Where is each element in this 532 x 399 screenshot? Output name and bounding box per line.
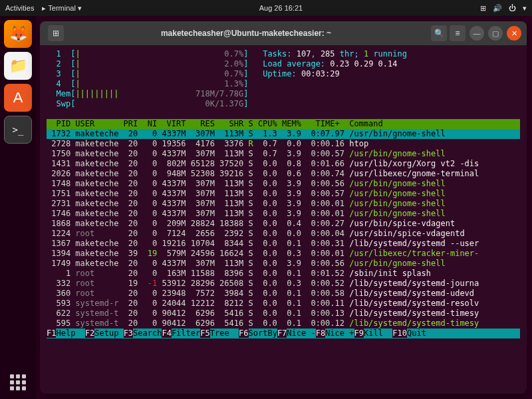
process-row[interactable]: 2026 maketeche 20 0 948M 52308 39216 S 0… — [47, 169, 520, 179]
process-row[interactable]: 622 systemd-t 20 0 90412 6296 5416 S 0.0… — [47, 309, 520, 319]
network-icon[interactable]: ⊞ — [480, 4, 486, 13]
new-tab-button[interactable]: ⊞ — [48, 25, 64, 41]
process-row[interactable]: 2731 maketeche 20 0 4337M 307M 113M S 0.… — [47, 199, 520, 209]
dock: 🦊 📁 A >_ — [0, 16, 36, 399]
terminal-window: ⊞ maketecheasher@Ubuntu-maketecheasier: … — [40, 21, 527, 394]
search-button[interactable]: 🔍 — [431, 25, 447, 41]
process-row[interactable]: 593 systemd-r 20 0 24044 12212 8212 S 0.… — [47, 299, 520, 309]
activities-button[interactable]: Activities — [5, 4, 34, 12]
chevron-down-icon[interactable]: ▾ — [523, 4, 527, 13]
maximize-button[interactable]: ▢ — [488, 26, 503, 41]
process-row[interactable]: 1751 maketeche 20 0 4337M 307M 113M S 0.… — [47, 189, 520, 199]
process-row[interactable]: 1868 maketeche 20 0 209M 28824 18388 S 0… — [47, 219, 520, 229]
clock[interactable]: Aug 26 16:21 — [82, 4, 480, 12]
process-row[interactable]: 1750 maketeche 20 0 4337M 307M 113M S 0.… — [47, 149, 520, 159]
process-row[interactable]: 1 root 20 0 163M 11588 8396 S 0.0 0.1 0:… — [47, 269, 520, 279]
process-row[interactable]: 332 root 19 -1 53912 28296 26508 S 0.0 0… — [47, 279, 520, 289]
process-row[interactable]: 1746 maketeche 20 0 4337M 307M 113M S 0.… — [47, 209, 520, 219]
dock-software[interactable]: A — [4, 84, 32, 112]
dock-files[interactable]: 📁 — [4, 52, 32, 80]
minimize-button[interactable]: — — [469, 26, 484, 41]
window-title: maketecheasher@Ubuntu-maketecheasier: ~ — [64, 29, 428, 38]
process-row[interactable]: 1367 maketeche 20 0 19216 10704 8344 S 0… — [47, 239, 520, 249]
volume-icon[interactable]: 🔊 — [493, 4, 502, 13]
terminal-content[interactable]: 1 [| 0.7%] Tasks: 107, 285 thr; 1 runnin… — [40, 45, 527, 342]
terminal-app-menu[interactable]: ▸ Terminal ▾ — [42, 4, 82, 13]
gnome-topbar: Activities ▸ Terminal ▾ Aug 26 16:21 ⊞ 🔊… — [0, 0, 532, 16]
process-row[interactable]: 1748 maketeche 20 0 4337M 307M 113M S 0.… — [47, 179, 520, 189]
process-list[interactable]: 1732 maketeche 20 0 4337M 307M 113M S 1.… — [47, 129, 520, 329]
process-row[interactable]: 1749 maketeche 20 0 4337M 307M 113M S 0.… — [47, 259, 520, 269]
close-button[interactable]: ✕ — [507, 26, 521, 41]
htop-header[interactable]: PID USER PRI NI VIRT RES SHR S CPU% MEM%… — [47, 119, 520, 129]
htop-fkeys[interactable]: F1Help F2Setup F3SearchF4FilterF5Tree F6… — [47, 329, 520, 338]
process-row[interactable]: 595 systemd-t 20 0 90412 6296 5416 S 0.0… — [47, 319, 520, 329]
process-row[interactable]: 1431 maketeche 20 0 802M 65128 37520 S 0… — [47, 159, 520, 169]
process-row[interactable]: 1732 maketeche 20 0 4337M 307M 113M S 1.… — [47, 129, 520, 139]
show-apps-icon[interactable] — [8, 372, 28, 392]
power-icon[interactable]: ⏻ — [509, 4, 516, 12]
titlebar[interactable]: ⊞ maketecheasher@Ubuntu-maketecheasier: … — [40, 21, 527, 45]
menu-button[interactable]: ≡ — [450, 25, 466, 41]
dock-terminal[interactable]: >_ — [4, 116, 32, 144]
process-row[interactable]: 2728 maketeche 20 0 19356 4176 3376 R 0.… — [47, 139, 520, 149]
process-row[interactable]: 360 root 20 0 23948 7572 3984 S 0.0 0.1 … — [47, 289, 520, 299]
dock-firefox[interactable]: 🦊 — [4, 20, 32, 48]
process-row[interactable]: 1224 root 20 0 7124 2656 2392 S 0.0 0.0 … — [47, 229, 520, 239]
process-row[interactable]: 1394 maketeche 39 19 579M 24596 16624 S … — [47, 249, 520, 259]
htop-meters: 1 [| 0.7%] Tasks: 107, 285 thr; 1 runnin… — [47, 49, 520, 119]
